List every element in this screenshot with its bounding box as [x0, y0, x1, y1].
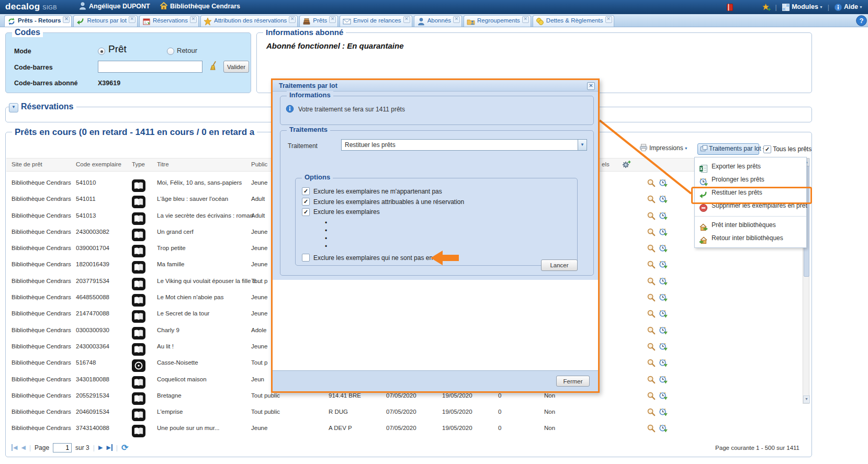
modules-menu[interactable]: Modules▼: [782, 3, 823, 12]
tab[interactable]: Prêts ✕: [299, 15, 338, 27]
view-details-magnifier-icon[interactable]: [647, 424, 656, 433]
tab[interactable]: Attribution des réservations ✕: [200, 15, 298, 27]
view-details-magnifier-icon[interactable]: [647, 391, 656, 400]
prolong-alarm-icon[interactable]: [659, 293, 668, 302]
menu-item[interactable]: Prolonger les prêts: [695, 173, 806, 186]
menu-item[interactable]: Restituer les prêts: [695, 186, 806, 199]
collapse-icon[interactable]: ▼: [9, 103, 18, 112]
tab[interactable]: Prêts - Retours ✕: [4, 15, 72, 27]
help-icon[interactable]: [856, 15, 867, 26]
view-details-magnifier-icon[interactable]: [647, 342, 656, 351]
traitement-select[interactable]: Restituer les prêts ▼: [341, 139, 587, 151]
table-row[interactable]: Bibliothèque Cendrars 3743140088 Une pou…: [6, 420, 802, 436]
last-page-button[interactable]: ▶: [106, 444, 112, 451]
tab-close-icon[interactable]: ✕: [190, 16, 197, 23]
view-details-magnifier-icon[interactable]: [647, 260, 656, 269]
clear-broom-icon[interactable]: [209, 61, 219, 71]
close-icon[interactable]: ✕: [587, 82, 595, 90]
prev-page-button[interactable]: ◀: [21, 444, 25, 451]
refresh-icon[interactable]: ⟳: [121, 443, 128, 452]
prolong-alarm-icon[interactable]: [659, 391, 668, 400]
tous-les-prets-checkbox[interactable]: [763, 145, 771, 153]
option-checkbox[interactable]: [302, 198, 310, 206]
table-row[interactable]: Bibliothèque Cendrars 2046091534 L'empri…: [6, 404, 802, 420]
impressions-button[interactable]: Impressions▼: [639, 144, 688, 152]
col-site[interactable]: Site de prêt: [12, 161, 42, 167]
prolong-alarm-icon[interactable]: [659, 228, 668, 236]
tab-close-icon[interactable]: ✕: [453, 16, 460, 23]
tab-close-icon[interactable]: ✕: [329, 16, 336, 23]
tab[interactable]: Regroupements ✕: [464, 15, 531, 27]
prolong-alarm-icon[interactable]: [659, 211, 668, 220]
prolong-alarm-icon[interactable]: [659, 326, 668, 335]
prolong-alarm-icon[interactable]: [659, 375, 668, 384]
page-input[interactable]: [53, 443, 72, 452]
lancer-button[interactable]: Lancer: [541, 259, 578, 271]
tous-les-prets-toggle[interactable]: Tous les prêts: [763, 145, 811, 153]
prolong-alarm-icon[interactable]: [659, 260, 668, 269]
option-checkbox-row[interactable]: Exclure les exemplaires ne m'appartenant…: [302, 187, 464, 197]
exclude-not-late-checkbox[interactable]: [302, 254, 310, 262]
tab-close-icon[interactable]: ✕: [403, 16, 410, 23]
col-titre[interactable]: Titre: [157, 161, 169, 167]
menu-item[interactable]: Supprimer les exemplaires en prêt: [695, 199, 806, 212]
view-details-magnifier-icon[interactable]: [647, 358, 656, 367]
tab-close-icon[interactable]: ✕: [129, 16, 136, 23]
tab-close-icon[interactable]: ✕: [289, 16, 296, 23]
prolong-alarm-icon[interactable]: [659, 358, 668, 367]
red-book-icon[interactable]: [726, 3, 734, 12]
tab-close-icon[interactable]: ✕: [605, 16, 612, 23]
view-details-magnifier-icon[interactable]: [647, 309, 656, 318]
tab[interactable]: Retours par lot ✕: [73, 15, 137, 27]
option-checkbox-row[interactable]: Exclure les exemplaires: [302, 207, 464, 218]
col-rappels-fragment[interactable]: els: [602, 161, 610, 167]
barcode-input[interactable]: [98, 61, 202, 73]
view-details-magnifier-icon[interactable]: [647, 228, 656, 236]
view-details-magnifier-icon[interactable]: [647, 408, 656, 416]
first-page-button[interactable]: ◀: [12, 444, 17, 451]
scroll-down-icon[interactable]: ▼: [803, 395, 810, 403]
tab[interactable]: Dettes & Règlements ✕: [533, 15, 614, 27]
tab[interactable]: Abonnés ✕: [414, 15, 462, 27]
tab-close-icon[interactable]: ✕: [522, 16, 529, 23]
prolong-alarm-icon[interactable]: [659, 309, 668, 318]
prolong-alarm-icon[interactable]: [659, 342, 668, 351]
view-details-magnifier-icon[interactable]: [647, 195, 656, 203]
option-checkbox[interactable]: [302, 208, 310, 216]
view-details-magnifier-icon[interactable]: [647, 375, 656, 384]
tab-close-icon[interactable]: ✕: [63, 16, 70, 23]
prolong-alarm-icon[interactable]: [659, 195, 668, 203]
view-details-magnifier-icon[interactable]: [647, 178, 656, 187]
dialog-title-bar[interactable]: Traitements par lot ✕: [273, 80, 598, 92]
exclude-not-late-option[interactable]: Exclure les exemplaires qui ne sont pas …: [302, 253, 451, 263]
prolong-alarm-icon[interactable]: [659, 244, 668, 253]
fermer-button[interactable]: Fermer: [556, 376, 590, 387]
mode-retour-radio[interactable]: [167, 48, 174, 55]
valider-button[interactable]: Valider: [223, 61, 249, 73]
prolong-alarm-icon[interactable]: [659, 408, 668, 416]
chevron-down-icon[interactable]: ▼: [578, 140, 587, 150]
option-checkbox-row[interactable]: Exclure les exemplaires attribuables à u…: [302, 197, 464, 208]
tab[interactable]: Réservations ✕: [139, 15, 199, 27]
option-checkbox[interactable]: [302, 187, 310, 195]
menu-item[interactable]: Prêt inter bibliothèques: [695, 216, 806, 232]
next-page-button[interactable]: ▶: [98, 444, 103, 451]
view-details-magnifier-icon[interactable]: [647, 293, 656, 302]
menu-item[interactable]: Exporter les prêts: [695, 160, 806, 173]
aide-menu[interactable]: Aide▼: [834, 3, 863, 12]
mode-pret-radio[interactable]: [98, 48, 105, 55]
prolong-alarm-icon[interactable]: [659, 424, 668, 433]
col-code[interactable]: Code exemplaire: [76, 161, 121, 167]
col-public[interactable]: Public: [251, 161, 267, 167]
tab[interactable]: Envoi de relances ✕: [340, 15, 412, 27]
star-plus-icon[interactable]: [762, 3, 771, 12]
view-details-magnifier-icon[interactable]: [647, 277, 656, 286]
view-details-magnifier-icon[interactable]: [647, 211, 656, 220]
col-type[interactable]: Type: [132, 161, 145, 167]
column-settings-gear-icon[interactable]: [622, 160, 631, 169]
view-details-magnifier-icon[interactable]: [647, 244, 656, 253]
menu-item[interactable]: Retour inter bibliothèques: [695, 232, 806, 245]
prolong-alarm-icon[interactable]: [659, 178, 668, 187]
traitements-par-lot-button[interactable]: Traitements par lot▼: [697, 143, 759, 155]
prolong-alarm-icon[interactable]: [659, 277, 668, 286]
